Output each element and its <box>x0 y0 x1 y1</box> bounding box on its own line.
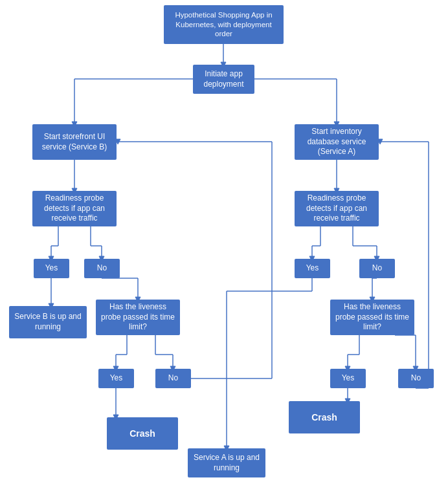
readiness-a-box: Readiness probe detects if app can recei… <box>295 191 379 226</box>
initiate-box: Initiate app deployment <box>193 65 254 94</box>
yes-bl-box: Yes <box>98 369 134 388</box>
service-a-up-box: Service A is up and running <box>188 448 265 477</box>
no-b-box: No <box>84 259 120 278</box>
crash-b-box: Crash <box>107 417 178 450</box>
yes-a-box: Yes <box>295 259 330 278</box>
service-b-box: Start storefront UI service (Service B) <box>32 124 117 160</box>
service-b-up-box: Service B is up and running <box>9 306 87 338</box>
no-a-box: No <box>359 259 395 278</box>
liveness-b-box: Has the liveness probe passed its time l… <box>96 300 180 335</box>
top-box: Hypothetical Shopping App in Kubernetes,… <box>164 5 284 44</box>
service-a-box: Start inventory database service (Servic… <box>295 124 379 160</box>
no-bl-box: No <box>155 369 191 388</box>
readiness-b-box: Readiness probe detects if app can recei… <box>32 191 117 226</box>
yes-b-box: Yes <box>34 259 69 278</box>
crash-a-box: Crash <box>289 401 360 433</box>
yes-al-box: Yes <box>330 369 366 388</box>
no-al-box: No <box>398 369 434 388</box>
liveness-a-box: Has the liveness probe passed its time l… <box>330 300 414 335</box>
diagram: Hypothetical Shopping App in Kubernetes,… <box>0 0 448 482</box>
